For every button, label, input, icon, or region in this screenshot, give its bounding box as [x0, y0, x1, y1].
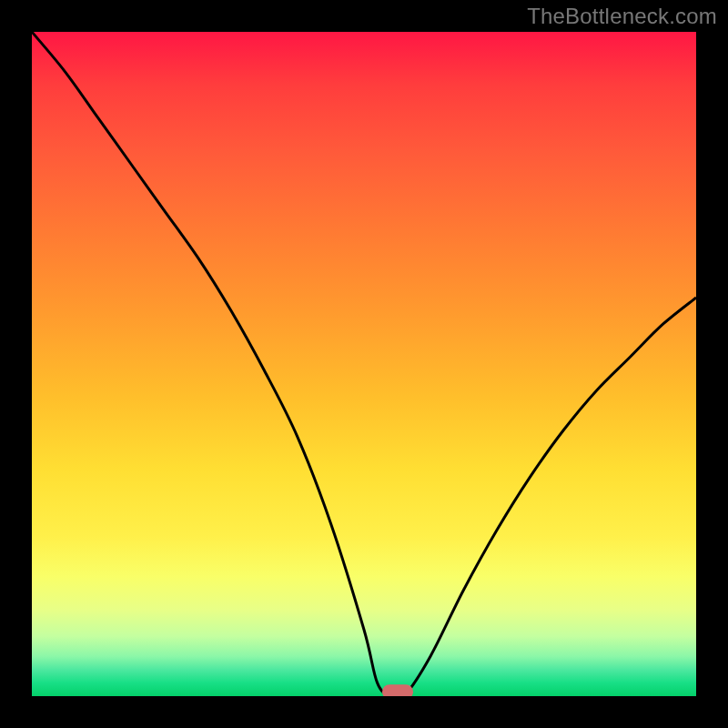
curve-path — [32, 32, 696, 696]
bottleneck-curve — [32, 32, 696, 696]
watermark-text: TheBottleneck.com — [527, 4, 717, 29]
chart-frame: TheBottleneck.com — [0, 0, 728, 728]
optimal-marker — [382, 684, 413, 696]
plot-area — [32, 32, 696, 696]
